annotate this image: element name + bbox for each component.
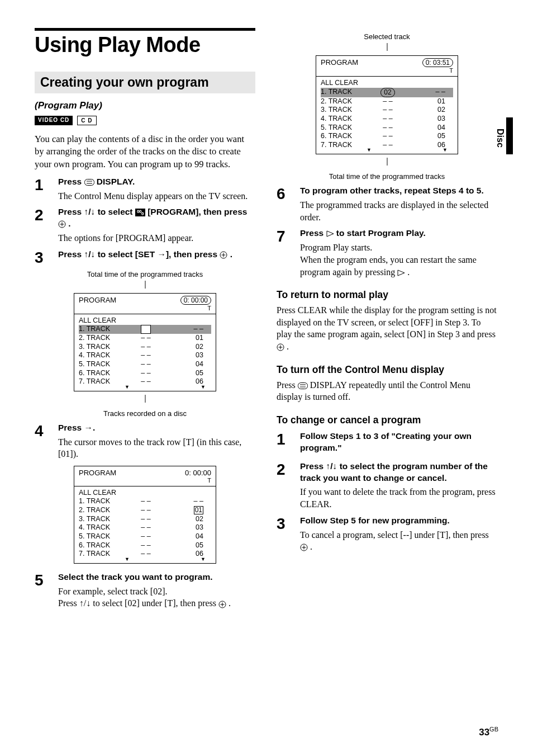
heading-return-normal: To return to normal play	[277, 289, 497, 301]
badge-video-cd: VIDEO CD	[35, 116, 73, 125]
step-desc: When the program ends, you can restart t…	[300, 254, 497, 278]
play-icon	[326, 230, 334, 237]
osd-title: PROGRAM	[74, 466, 180, 486]
side-label: Disc	[495, 129, 505, 148]
enter-icon	[58, 220, 66, 228]
step-desc: The programmed tracks are displayed in t…	[300, 199, 497, 223]
badge-cd: C D	[77, 116, 96, 125]
section-title: Creating your own program	[40, 75, 250, 90]
step-head: Press DISPLAY.	[58, 176, 255, 188]
top-rule	[35, 28, 255, 31]
osd-row: 1. TRACK02– –	[321, 88, 453, 97]
osd-display-2: PROGRAM0: 00:00T ALL CLEAR 1. TRACK– –– …	[74, 466, 216, 564]
step-head: Press →.	[58, 422, 255, 434]
svg-marker-16	[327, 231, 334, 237]
play-icon	[397, 270, 405, 276]
subtitle: (Program Play)	[35, 100, 255, 111]
intro-text: You can play the contents of a disc in t…	[35, 133, 255, 171]
osd-all-clear: ALL CLEAR	[321, 79, 453, 88]
osd-row: 2. TRACK– –01	[79, 334, 211, 343]
step-number: 5	[35, 571, 58, 609]
step-head: Select the track you want to program.	[58, 571, 255, 583]
step-desc: Program Play starts.	[300, 242, 497, 254]
step-5: 5 Select the track you want to program. …	[35, 571, 255, 609]
step-head: Press ↑/↓ to select the program number o…	[300, 461, 497, 484]
scroll-arrow-icon: ▼	[442, 147, 448, 153]
osd-row: 6. TRACK– –05	[321, 132, 453, 141]
page-number: 33GB	[479, 726, 498, 738]
osd-row: 3. TRACK– –02	[79, 343, 211, 352]
step-desc: The Control Menu display appears on the …	[58, 190, 255, 202]
program-icon: ⁰⁰₀	[135, 209, 145, 216]
pointer-line	[35, 395, 255, 405]
osd-row: 2. TRACK– –01	[321, 97, 453, 106]
heading-change-cancel: To change or cancel a program	[277, 414, 497, 426]
osd-row: 4. TRACK– –03	[321, 115, 453, 124]
para-return-normal: Press CLEAR while the display for the pr…	[277, 304, 497, 352]
step-desc: The options for [PROGRAM] appear.	[58, 232, 255, 244]
osd-row: 3. TRACK– –02	[79, 515, 211, 524]
svg-marker-17	[398, 270, 404, 276]
osd-row: 4. TRACK– –03	[79, 523, 211, 532]
step-head: To program other tracks, repeat Steps 4 …	[300, 185, 497, 197]
svg-rect-0	[84, 179, 94, 185]
osd-time: 0: 00:00	[180, 296, 211, 305]
scroll-arrow-icon: ▼	[201, 556, 206, 563]
caption-total-time-2: Total time of the programmed tracks	[277, 172, 497, 181]
disc-type-badges: VIDEO CD C D	[35, 116, 255, 125]
osd-time: 0: 00:00	[185, 469, 211, 477]
heading-turn-off: To turn off the Control Menu display	[277, 364, 497, 376]
scroll-arrow-icon: ▼	[125, 556, 130, 563]
osd-t-label: T	[185, 477, 211, 484]
osd-row: 6. TRACK– –05	[79, 541, 211, 550]
osd-row: 5. TRACK– –04	[79, 360, 211, 369]
step-7: 7 Press to start Program Play. Program P…	[277, 228, 497, 278]
scroll-arrow-icon: ▼	[367, 147, 372, 153]
step-2: 2 Press ↑/↓ to select ⁰⁰₀ [PROGRAM], the…	[35, 206, 255, 244]
step-head: Press ↑/↓ to select [SET →], then press …	[58, 249, 255, 261]
change-step-2: 2 Press ↑/↓ to select the program number…	[277, 461, 497, 511]
step-6: 6 To program other tracks, repeat Steps …	[277, 185, 497, 223]
step-number: 4	[35, 422, 58, 460]
step-number: 7	[277, 228, 300, 278]
step-number: 1	[35, 176, 58, 202]
step-head: Follow Steps 1 to 3 of "Creating your ow…	[300, 431, 497, 454]
enter-icon	[220, 251, 227, 259]
left-column: Using Play Mode Creating your own progra…	[35, 28, 255, 613]
osd-display-1: PROGRAM0: 00:00T ALL CLEAR 1. TRACK – – …	[74, 293, 216, 391]
step-desc: The cursor moves to the track row [T] (i…	[58, 436, 255, 460]
caption-tracks-recorded: Tracks recorded on a disc	[35, 409, 255, 418]
step-number: 3	[277, 515, 300, 553]
caption-total-time: Total time of the programmed tracks	[35, 270, 255, 278]
section-header-bar: Creating your own program	[35, 72, 255, 93]
enter-icon	[218, 601, 226, 608]
step-number: 2	[35, 206, 58, 244]
step-head: Press ↑/↓ to select ⁰⁰₀ [PROGRAM], then …	[58, 206, 255, 230]
osd-row: 2. TRACK– –01	[79, 506, 211, 515]
page-title: Using Play Mode	[35, 33, 255, 57]
osd-display-3: PROGRAM0: 03:51T ALL CLEAR 1. TRACK02– –…	[316, 55, 458, 154]
step-desc: If you want to delete the track from the…	[300, 486, 497, 510]
osd-row: 6. TRACK– –05	[79, 369, 211, 378]
enter-icon	[300, 544, 308, 551]
display-icon	[298, 382, 308, 389]
scroll-arrow-icon: ▼	[201, 384, 206, 390]
osd-row: 3. TRACK– –02	[321, 106, 453, 115]
pointer-line	[277, 43, 497, 53]
scroll-arrow-icon: ▼	[125, 384, 130, 390]
osd-title: PROGRAM	[74, 294, 176, 314]
osd-t-label: T	[180, 305, 211, 311]
osd-row: 1. TRACK – –	[79, 325, 211, 334]
step-desc: To cancel a program, select [--] under […	[300, 529, 497, 553]
side-tab	[506, 117, 513, 154]
svg-rect-21	[298, 382, 307, 389]
two-column-layout: Using Play Mode Creating your own progra…	[35, 28, 498, 613]
step-number: 6	[277, 185, 300, 223]
osd-row: 7. TRACK– –06	[321, 141, 453, 150]
change-step-3: 3 Follow Step 5 for new programming. To …	[277, 515, 497, 553]
osd-row: 4. TRACK– –03	[79, 351, 211, 360]
osd-all-clear: ALL CLEAR	[79, 489, 211, 498]
right-column: Selected track PROGRAM0: 03:51T ALL CLEA…	[277, 28, 497, 613]
step-head: Follow Step 5 for new programming.	[300, 515, 497, 527]
caption-selected-track: Selected track	[277, 32, 497, 41]
